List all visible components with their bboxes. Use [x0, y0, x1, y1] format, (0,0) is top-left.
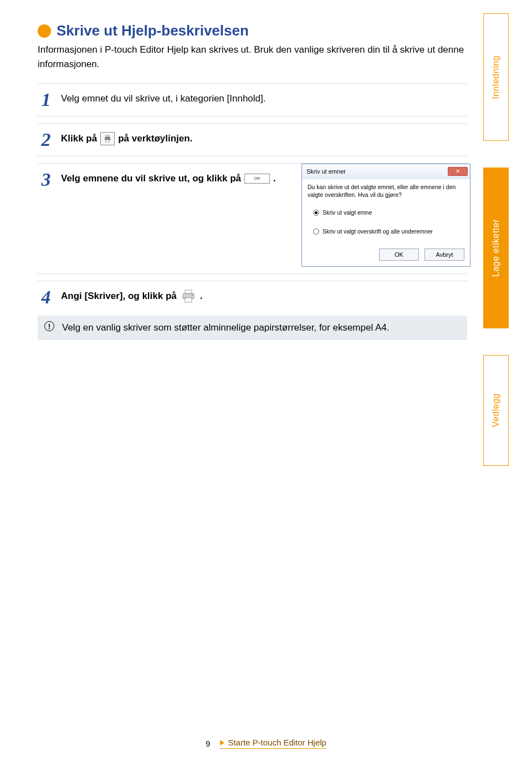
print-topics-dialog: Skriv ut emner ✕ Du kan skrive ut det va…: [301, 164, 470, 267]
step-text: Velg emnet du vil skrive ut, i kategorie…: [61, 93, 265, 104]
tab-innledning[interactable]: Innledning: [483, 13, 509, 141]
step-text-post: .: [200, 288, 203, 305]
step-body: Velg emnene du vil skrive ut, og klikk p…: [61, 170, 467, 267]
step-number: 1: [38, 90, 54, 109]
step-text-pre: Klikk på: [61, 130, 97, 147]
heading-text: Skrive ut Hjelp-beskrivelsen: [57, 22, 249, 39]
tab-vedlegg[interactable]: Vedlegg: [483, 355, 509, 466]
dialog-titlebar: Skriv ut emner ✕: [302, 164, 470, 179]
bullet-icon: [38, 24, 51, 38]
step-3: 3 Velg emnene du vil skrive ut, og klikk…: [38, 163, 467, 274]
step-number: 2: [38, 130, 54, 149]
ok-small-button-icon[interactable]: OK: [244, 174, 270, 184]
radio-label: Skriv ut valgt emne: [323, 204, 372, 221]
radio-label: Skriv ut valgt overskrift og alle undere…: [323, 223, 433, 240]
step-text-pre: Angi [Skriver], og klikk på: [61, 288, 177, 305]
ok-button[interactable]: OK: [379, 248, 419, 261]
printer-big-icon[interactable]: [180, 288, 197, 305]
step-2: 2 Klikk på på verktøylinjen.: [38, 123, 467, 156]
radio-option-1[interactable]: Skriv ut valgt emne: [308, 204, 464, 221]
step-body: Angi [Skriver], og klikk på .: [61, 288, 467, 305]
step-text-pre: Velg emnene du vil skrive ut, og klikk p…: [61, 170, 241, 187]
svg-rect-1: [106, 135, 109, 137]
close-button[interactable]: ✕: [448, 167, 468, 176]
svg-rect-5: [185, 298, 192, 302]
svg-rect-2: [106, 140, 109, 142]
print-toolbar-icon[interactable]: [100, 132, 115, 145]
tab-label: Innledning: [491, 55, 501, 99]
step-number: 4: [38, 288, 54, 307]
radio-option-2[interactable]: Skriv ut valgt overskrift og alle undere…: [308, 223, 464, 240]
printer-icon: [181, 289, 196, 303]
dialog-text: Du kan skrive ut det valgte emnet, eller…: [308, 183, 464, 199]
dialog-title: Skriv ut emner: [306, 163, 346, 180]
radio-icon: [313, 210, 319, 216]
caution-icon: !: [44, 321, 54, 331]
note-box: ! Velg en vanlig skriver som støtter alm…: [38, 316, 467, 340]
note-text: Velg en vanlig skriver som støtter almin…: [62, 321, 390, 334]
step-body: Velg emnet du vil skrive ut, i kategorie…: [61, 90, 467, 107]
footer-section-link[interactable]: Starte P-touch Editor Hjelp: [220, 738, 326, 749]
step-text-post: .: [273, 170, 276, 187]
intro-text: Informasjonen i P-touch Editor Hjelp kan…: [38, 43, 467, 71]
page-footer: 9 Starte P-touch Editor Hjelp: [0, 738, 532, 749]
tab-label: Lage etiketter: [491, 219, 501, 277]
dialog-body: Du kan skrive ut det valgte emnet, eller…: [302, 179, 470, 266]
step-text-post: på verktøylinjen.: [118, 130, 192, 147]
svg-point-6: [192, 295, 193, 296]
tab-label: Vedlegg: [491, 393, 501, 427]
cancel-button[interactable]: Avbryt: [424, 248, 464, 261]
tab-lage-etiketter[interactable]: Lage etiketter: [483, 168, 509, 328]
radio-icon: [313, 229, 319, 235]
triangle-icon: [220, 740, 224, 745]
svg-rect-4: [185, 290, 192, 293]
printer-icon: [103, 135, 112, 143]
step-1: 1 Velg emnet du vil skrive ut, i kategor…: [38, 83, 467, 116]
close-icon: ✕: [456, 169, 460, 174]
section-heading: Skrive ut Hjelp-beskrivelsen: [38, 22, 467, 39]
step-body: Klikk på på verktøylinjen.: [61, 130, 467, 147]
step-4: 4 Angi [Skriver], og klikk på .: [38, 281, 467, 313]
side-tabs: Innledning Lage etiketter Vedlegg: [483, 13, 512, 493]
page-number: 9: [206, 739, 210, 748]
step-number: 3: [38, 170, 54, 189]
footer-section-text: Starte P-touch Editor Hjelp: [228, 738, 326, 747]
